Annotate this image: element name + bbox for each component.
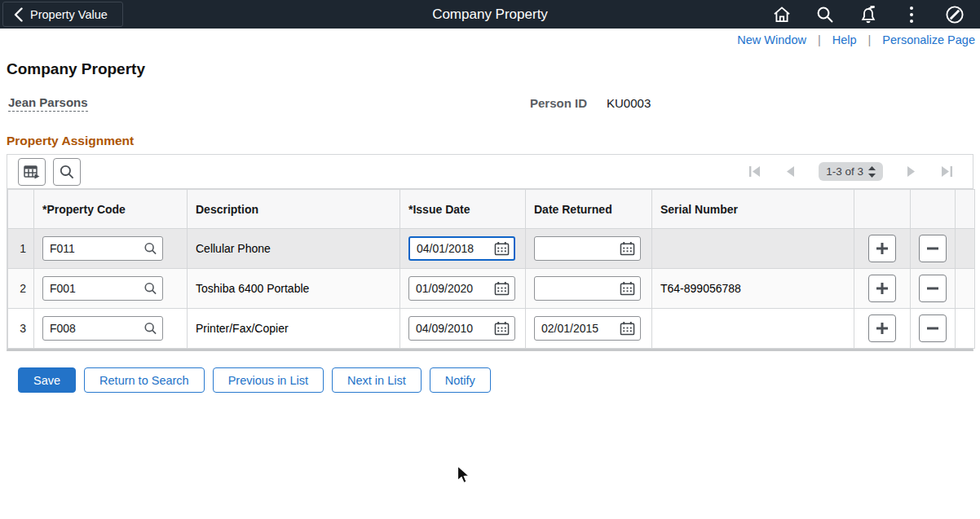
global-header: Property Value Company Property [0,0,980,29]
delete-row-button[interactable] [919,235,947,262]
minus-icon [926,322,939,335]
person-id-field: Person IDKU0003 [530,96,651,110]
section-title-property-assignment: Property Assignment [7,134,973,148]
calendar-icon[interactable] [494,241,510,256]
col-header-property-code: *Property Code [34,190,188,229]
previous-in-list-button[interactable]: Previous in List [213,367,324,393]
add-row-button[interactable] [868,275,896,302]
table-row: 2 Toshiba 6400 Portable [8,269,975,309]
back-button[interactable]: Property Value [2,2,123,27]
add-row-button[interactable] [868,314,896,342]
navbar-compass-icon[interactable] [944,4,965,25]
serial-number-cell [652,309,854,349]
col-header-description: Description [188,190,400,229]
delete-row-button[interactable] [919,275,947,302]
col-header-serial-number: Serial Number [652,190,854,229]
row-end-cell [956,229,975,269]
grid-pagination: 1-3 of 3 [748,162,963,181]
grid-zoom-button[interactable] [53,158,81,186]
row-range-label: 1-3 of 3 [826,165,863,178]
notify-button[interactable]: Notify [430,367,491,393]
lookup-search-icon[interactable] [143,242,157,256]
calendar-icon[interactable] [620,241,635,256]
add-row-button[interactable] [868,235,896,262]
notifications-bell-icon[interactable] [858,4,879,25]
description-cell: Printer/Fax/Copier [188,309,400,349]
page-action-buttons: Save Return to Search Previous in List N… [18,367,973,393]
personalize-page-link[interactable]: Personalize Page [882,33,975,46]
back-chevron-icon [13,7,24,22]
row-end-cell [956,309,975,349]
person-id-label: Person ID [530,96,587,110]
previous-page-icon[interactable] [785,165,795,178]
lookup-search-icon[interactable] [143,322,157,336]
col-header-rownum [8,190,34,229]
col-header-date-returned: Date Returned [526,190,652,229]
link-separator: | [868,33,872,46]
plus-icon [876,322,889,335]
table-row: 1 Cellular Phone [8,229,975,269]
next-in-list-button[interactable]: Next in List [332,367,422,393]
col-header-issue-date: *Issue Date [400,190,526,229]
serial-number-cell [652,229,854,269]
grid-toolbar: 1-3 of 3 [7,155,973,189]
help-link[interactable]: Help [832,33,857,46]
grid-personalize-icon [23,164,41,180]
table-header-row: *Property Code Description *Issue Date D… [8,190,975,229]
new-window-link[interactable]: New Window [737,33,806,46]
spinner-arrows-icon [868,166,876,178]
plus-icon [876,282,889,295]
calendar-icon[interactable] [494,321,510,336]
link-separator: | [818,33,821,46]
description-cell: Cellular Phone [188,229,400,269]
calendar-icon[interactable] [620,321,635,336]
row-number: 2 [8,269,34,309]
actions-kebab-icon[interactable] [901,4,922,25]
lookup-search-icon[interactable] [143,282,157,296]
page-title: Company Property [7,60,973,78]
row-number: 1 [8,229,34,269]
row-end-cell [956,269,975,309]
employee-name-link[interactable]: Jean Parsons [8,95,88,112]
back-button-label: Property Value [30,8,108,21]
next-page-icon[interactable] [907,165,916,178]
col-header-delete [911,190,956,229]
person-id-value: KU0003 [607,96,651,110]
page-links: New Window | Help | Personalize Page [0,29,980,50]
col-header-add [854,190,911,229]
calendar-icon[interactable] [494,281,510,296]
minus-icon [926,242,939,255]
mouse-cursor [457,465,471,488]
property-table: *Property Code Description *Issue Date D… [7,189,975,349]
first-page-icon[interactable] [748,165,761,178]
row-number: 3 [8,309,34,349]
row-range-selector[interactable]: 1-3 of 3 [819,162,883,181]
table-row: 3 Printer/Fax/Copier [8,309,975,349]
serial-number-cell: T64-899056788 [652,269,854,309]
description-cell: Toshiba 6400 Portable [188,269,400,309]
search-icon[interactable] [814,4,836,25]
minus-icon [926,282,939,295]
return-to-search-button[interactable]: Return to Search [84,367,205,393]
grid-zoom-icon [59,164,75,180]
last-page-icon[interactable] [940,165,953,178]
col-header-end [956,190,975,229]
save-button[interactable]: Save [18,367,76,393]
plus-icon [876,242,889,255]
property-assignment-grid: 1-3 of 3 *P [7,154,973,351]
home-icon[interactable] [771,4,792,25]
calendar-icon[interactable] [620,281,635,296]
grid-personalize-button[interactable] [18,158,46,186]
delete-row-button[interactable] [919,314,947,342]
